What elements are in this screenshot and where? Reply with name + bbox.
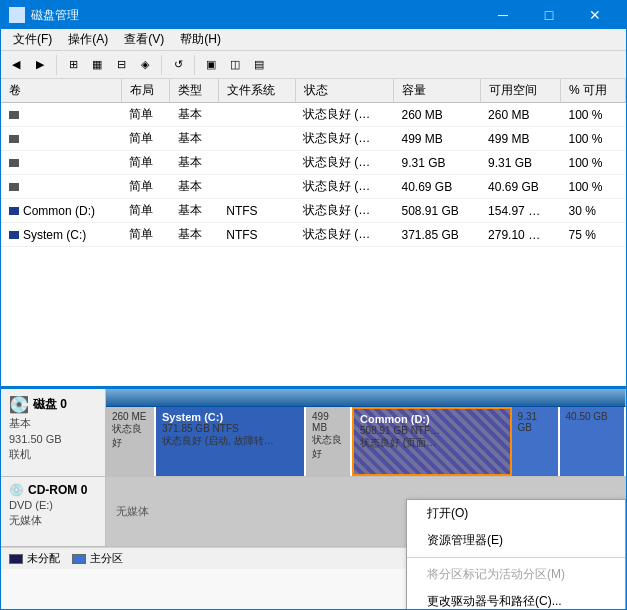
cdrom0-title: 💿 CD-ROM 0 (9, 483, 97, 497)
col-header-cap: 容量 (393, 79, 480, 103)
legend-unallocated-label: 未分配 (27, 551, 60, 566)
disk0-segments: 260 ME 状态良好 System (C:) 371.85 GB NTFS 状… (106, 407, 626, 476)
table-row[interactable]: System (C:) 简单 基本 NTFS 状态良好 (… 371.85 GB… (1, 223, 626, 247)
cell-cap: 260 MB (393, 103, 480, 127)
cell-cap: 40.69 GB (393, 175, 480, 199)
cell-fs (218, 151, 295, 175)
tool-btn-3[interactable]: ⊟ (110, 54, 132, 76)
volume-table-pane: 卷 布局 类型 文件系统 状态 容量 可用空间 % 可用 简单 基本 状态良好 … (1, 79, 626, 389)
cell-type: 基本 (170, 175, 218, 199)
cell-cap: 9.31 GB (393, 151, 480, 175)
disk0-label: 💽 磁盘 0 基本 931.50 GB 联机 (1, 389, 106, 476)
disk0-title: 💽 磁盘 0 (9, 395, 97, 414)
cell-status: 状态良好 (… (295, 127, 393, 151)
disk0-seg-5[interactable]: 9.31 GB (512, 407, 560, 476)
table-row[interactable]: 简单 基本 状态良好 (… 40.69 GB 40.69 GB 100 % (1, 175, 626, 199)
cell-status: 状态良好 (… (295, 151, 393, 175)
disk0-row: 💽 磁盘 0 基本 931.50 GB 联机 260 ME 状态良好 (1, 389, 626, 477)
menu-action[interactable]: 操作(A) (60, 29, 116, 50)
disk-visualization-pane: 💽 磁盘 0 基本 931.50 GB 联机 260 ME 状态良好 (1, 389, 626, 609)
seg4-size: 508.91 GB NTF… (360, 425, 504, 436)
cell-layout: 简单 (121, 151, 169, 175)
cell-vol (1, 127, 121, 151)
maximize-button[interactable]: □ (526, 1, 572, 29)
context-menu: 打开(O)资源管理器(E)将分区标记为活动分区(M)更改驱动器号和路径(C)..… (406, 499, 626, 609)
legend-unallocated: 未分配 (9, 551, 60, 566)
back-button[interactable]: ◀ (5, 54, 27, 76)
table-row[interactable]: 简单 基本 状态良好 (… 499 MB 499 MB 100 % (1, 127, 626, 151)
context-menu-item: 将分区标记为活动分区(M) (407, 561, 625, 588)
cell-free: 154.97 … (480, 199, 560, 223)
cell-type: 基本 (170, 223, 218, 247)
col-header-fs: 文件系统 (218, 79, 295, 103)
cell-layout: 简单 (121, 175, 169, 199)
cell-vol: System (C:) (1, 223, 121, 247)
col-header-layout: 布局 (121, 79, 169, 103)
context-menu-item[interactable]: 打开(O) (407, 500, 625, 527)
legend-primary-label: 主分区 (90, 551, 123, 566)
tool-btn-8[interactable]: ▤ (248, 54, 270, 76)
context-menu-item[interactable]: 资源管理器(E) (407, 527, 625, 554)
cdrom0-label: 💿 CD-ROM 0 DVD (E:) 无媒体 (1, 477, 106, 546)
seg3-desc: 状态良好 (312, 433, 344, 461)
menu-file[interactable]: 文件(F) (5, 29, 60, 50)
disk0-header-bar (106, 389, 626, 407)
tool-btn-6[interactable]: ▣ (200, 54, 222, 76)
cell-pct: 100 % (560, 151, 625, 175)
disk0-type: 基本 (9, 416, 97, 431)
cell-layout: 简单 (121, 127, 169, 151)
cell-pct: 100 % (560, 103, 625, 127)
cell-free: 499 MB (480, 127, 560, 151)
table-row[interactable]: 简单 基本 状态良好 (… 260 MB 260 MB 100 % (1, 103, 626, 127)
cell-fs (218, 103, 295, 127)
cell-status: 状态良好 (… (295, 199, 393, 223)
cell-fs (218, 127, 295, 151)
toolbar: ◀ ▶ ⊞ ▦ ⊟ ◈ ↺ ▣ ◫ ▤ (1, 51, 626, 79)
col-header-pct: % 可用 (560, 79, 625, 103)
disk0-seg-common[interactable]: Common (D:) 508.91 GB NTF… 状态良好 (页面… (352, 407, 512, 476)
close-button[interactable]: ✕ (572, 1, 618, 29)
volume-table: 卷 布局 类型 文件系统 状态 容量 可用空间 % 可用 简单 基本 状态良好 … (1, 79, 626, 247)
menu-view[interactable]: 查看(V) (116, 29, 172, 50)
table-row[interactable]: 简单 基本 状态良好 (… 9.31 GB 9.31 GB 100 % (1, 151, 626, 175)
forward-button[interactable]: ▶ (29, 54, 51, 76)
disk0-seg-6[interactable]: 40.50 GB (560, 407, 626, 476)
cdrom0-type: DVD (E:) (9, 499, 97, 511)
table-row[interactable]: Common (D:) 简单 基本 NTFS 状态良好 (… 508.91 GB… (1, 199, 626, 223)
context-menu-item[interactable]: 更改驱动器号和路径(C)... (407, 588, 625, 609)
tool-btn-7[interactable]: ◫ (224, 54, 246, 76)
cell-free: 279.10 … (480, 223, 560, 247)
cell-vol (1, 103, 121, 127)
cell-type: 基本 (170, 127, 218, 151)
minimize-button[interactable]: ─ (480, 1, 526, 29)
toolbar-separator-3 (194, 55, 195, 75)
cell-fs: NTFS (218, 199, 295, 223)
tool-btn-4[interactable]: ◈ (134, 54, 156, 76)
context-menu-separator (407, 557, 625, 558)
cell-vol (1, 175, 121, 199)
seg2-size: 371.85 GB NTFS (162, 423, 298, 434)
table-header-row: 卷 布局 类型 文件系统 状态 容量 可用空间 % 可用 (1, 79, 626, 103)
cell-type: 基本 (170, 103, 218, 127)
disk0-seg-system[interactable]: System (C:) 371.85 GB NTFS 状态良好 (启动, 故障转… (156, 407, 306, 476)
window-controls: ─ □ ✕ (480, 1, 618, 29)
disk0-visualization: 260 ME 状态良好 System (C:) 371.85 GB NTFS 状… (106, 389, 626, 476)
toolbar-separator-2 (161, 55, 162, 75)
cell-status: 状态良好 (… (295, 175, 393, 199)
seg1-desc: 状态良好 (112, 422, 148, 450)
main-content: 卷 布局 类型 文件系统 状态 容量 可用空间 % 可用 简单 基本 状态良好 … (1, 79, 626, 609)
menu-help[interactable]: 帮助(H) (172, 29, 229, 50)
app-icon (9, 7, 25, 23)
cell-fs (218, 175, 295, 199)
disk0-seg-3[interactable]: 499 MB 状态良好 (306, 407, 352, 476)
col-header-type: 类型 (170, 79, 218, 103)
tool-btn-1[interactable]: ⊞ (62, 54, 84, 76)
cell-cap: 499 MB (393, 127, 480, 151)
tool-btn-5[interactable]: ↺ (167, 54, 189, 76)
col-header-vol: 卷 (1, 79, 121, 103)
disk0-seg-1[interactable]: 260 ME 状态良好 (106, 407, 156, 476)
disk0-size: 931.50 GB (9, 433, 97, 445)
tool-btn-2[interactable]: ▦ (86, 54, 108, 76)
seg4-desc: 状态良好 (页面… (360, 436, 504, 450)
title-bar: 磁盘管理 ─ □ ✕ (1, 1, 626, 29)
